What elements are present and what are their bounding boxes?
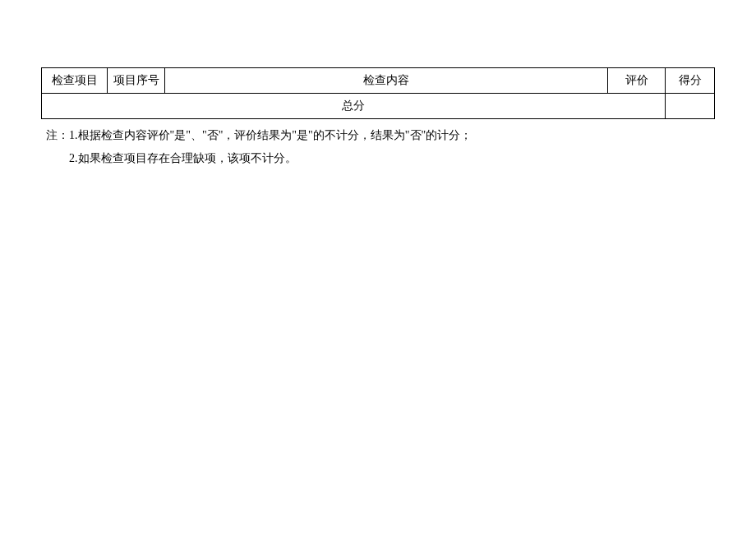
header-content: 检查内容 [165,68,608,94]
notes-section: 注：1.根据检查内容评价"是"、"否"，评价结果为"是"的不计分，结果为"否"的… [41,124,715,170]
total-label: 总分 [42,94,666,119]
header-check-item: 检查项目 [42,68,108,94]
table-header-row: 检查项目 项目序号 检查内容 评价 得分 [42,68,715,94]
note-line-2: 2.如果检查项目存在合理缺项，该项不计分。 [46,147,715,170]
table-total-row: 总分 [42,94,715,119]
note-line-1: 注：1.根据检查内容评价"是"、"否"，评价结果为"是"的不计分，结果为"否"的… [46,124,715,147]
header-score: 得分 [666,68,715,94]
header-item-no: 项目序号 [108,68,165,94]
header-evaluation: 评价 [608,68,666,94]
inspection-table: 检查项目 项目序号 检查内容 评价 得分 总分 [41,67,715,119]
total-value [666,94,715,119]
